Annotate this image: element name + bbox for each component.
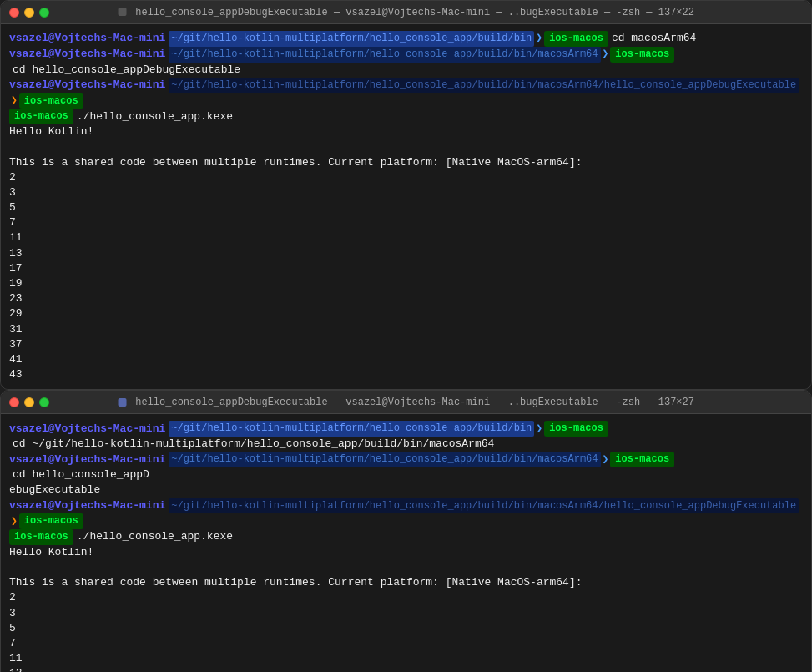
traffic-lights-top	[9, 8, 49, 18]
ios-prompt-line-top: ios-macos ./hello_console_app.kexe	[9, 109, 803, 124]
prompt-line-1: vsazel@Vojtechs-Mac-mini ~/git/hello-kot…	[9, 31, 803, 47]
prompt-line-b3: vsazel@Vojtechs-Mac-mini ~/git/hello-kot…	[9, 498, 803, 530]
prompt-arrow-b2: ❯	[603, 452, 609, 467]
prompt-user-b2: vsazel@Vojtechs-Mac-mini	[9, 452, 165, 467]
title-bar-bottom: hello_console_appDebugExecutable — vsaze…	[1, 391, 811, 414]
number-19-top: 19	[9, 276, 803, 291]
prompt-arrow-b1: ❯	[536, 422, 542, 437]
prompt-line-b1: vsazel@Vojtechs-Mac-mini ~/git/hello-kot…	[9, 421, 803, 452]
cmd-b1: cd ~/git/hello-kotlin-multiplatform/hell…	[13, 437, 494, 452]
prompt-badge-b1: ios-macos	[544, 421, 608, 437]
close-button-top[interactable]	[9, 8, 19, 18]
prompt-path-1: ~/git/hello-kotlin-multiplatform/hello_c…	[169, 31, 534, 47]
number-17-top: 17	[9, 261, 803, 276]
prompt-user-b1: vsazel@Vojtechs-Mac-mini	[9, 422, 165, 437]
prompt-path-2: ~/git/hello-kotlin-multiplatform/hello_c…	[169, 47, 600, 63]
number-43-top: 43	[9, 367, 803, 382]
traffic-lights-bottom	[9, 397, 49, 407]
shared-line-bottom: This is a shared code between multiple r…	[9, 575, 803, 590]
shared-word-top: shared	[74, 156, 113, 169]
hello-kotlin-text-top: Hello Kotlin!	[9, 124, 93, 139]
number-2-top: 2	[9, 170, 803, 185]
hello-kotlin-text-bottom: Hello Kotlin!	[9, 545, 93, 560]
prompt-path-b3: ~/git/hello-kotlin-multiplatform/hello_c…	[169, 498, 799, 514]
number-23-top: 23	[9, 291, 803, 306]
cmd-overflow-b2: ebugExecutable	[9, 483, 803, 498]
number-5-top: 5	[9, 200, 803, 215]
minimize-button-bottom[interactable]	[24, 397, 34, 407]
minimize-button-top[interactable]	[24, 8, 34, 18]
ios-cmd-top: ./hello_console_app.kexe	[77, 109, 233, 124]
terminal-body-top: vsazel@Vojtechs-Mac-mini ~/git/hello-kot…	[1, 24, 811, 389]
number-11-top: 11	[9, 230, 803, 245]
close-button-bottom[interactable]	[9, 397, 19, 407]
prompt-arrow-1: ❯	[536, 31, 542, 46]
blank-line-top	[9, 139, 803, 154]
prompt-arrow-b3: ❯	[11, 514, 18, 529]
ios-badge-top: ios-macos	[9, 109, 73, 124]
prompt-badge-b3: ios-macos	[19, 513, 83, 529]
ios-prompt-bottom: ios-macos ./hello_console_app.kexe	[9, 529, 803, 545]
number-7-top: 7	[9, 215, 803, 230]
number-3-top: 3	[9, 185, 803, 200]
prompt-user-3: vsazel@Vojtechs-Mac-mini	[9, 78, 165, 93]
ios-badge-bottom: ios-macos	[9, 529, 73, 545]
terminal-window-bottom[interactable]: hello_console_appDebugExecutable — vsaze…	[0, 390, 812, 672]
prompt-badge-2: ios-macos	[610, 47, 674, 63]
cmd-2: cd hello_console_appD	[13, 63, 149, 78]
maximize-button-top[interactable]	[39, 8, 49, 18]
title-bar-text-bottom: hello_console_appDebugExecutable — vsaze…	[118, 397, 694, 408]
shared-line-top: This is a shared code between multiple r…	[9, 155, 803, 170]
number-3-bot: 3	[9, 606, 803, 621]
prompt-user-1: vsazel@Vojtechs-Mac-mini	[9, 31, 165, 46]
number-2-bot: 2	[9, 590, 803, 605]
prompt-arrow-3: ❯	[11, 93, 18, 109]
prompt-arrow-2: ❯	[603, 47, 609, 62]
cmd-2b: ebugExecutable	[149, 63, 240, 78]
prompt-user-2: vsazel@Vojtechs-Mac-mini	[9, 47, 165, 62]
prompt-path-b2: ~/git/hello-kotlin-multiplatform/hello_c…	[169, 452, 600, 467]
maximize-button-bottom[interactable]	[39, 397, 49, 407]
number-37-top: 37	[9, 337, 803, 352]
number-13-top: 13	[9, 246, 803, 261]
terminal-body-bottom: vsazel@Vojtechs-Mac-mini ~/git/hello-kot…	[1, 414, 811, 672]
number-29-top: 29	[9, 306, 803, 321]
number-7-bot: 7	[9, 636, 803, 651]
prompt-badge-1: ios-macos	[544, 31, 608, 47]
prompt-path-b1: ~/git/hello-kotlin-multiplatform/hello_c…	[169, 421, 534, 437]
prompt-line-3: vsazel@Vojtechs-Mac-mini ~/git/hello-kot…	[9, 78, 803, 109]
blank-line-bottom	[9, 560, 803, 575]
number-5-bot: 5	[9, 621, 803, 636]
number-13-bot: 13	[9, 666, 803, 672]
number-31-top: 31	[9, 322, 803, 337]
number-11-bot: 11	[9, 651, 803, 666]
prompt-user-b3: vsazel@Vojtechs-Mac-mini	[9, 498, 165, 513]
hello-kotlin-bottom: Hello Kotlin!	[9, 545, 803, 560]
prompt-badge-3: ios-macos	[19, 93, 83, 109]
number-41-top: 41	[9, 352, 803, 367]
title-bar-text-top: hello_console_appDebugExecutable — vsaze…	[118, 7, 694, 18]
shared-text-top: This is a shared code between multiple r…	[9, 155, 583, 170]
prompt-badge-b2: ios-macos	[610, 452, 674, 467]
ios-cmd-bottom: ./hello_console_app.kexe	[77, 529, 233, 544]
title-bar-top: hello_console_appDebugExecutable — vsaze…	[1, 1, 811, 24]
cmd-b2: cd hello_console_appD	[13, 467, 149, 483]
shared-word-bottom: shared	[74, 576, 113, 589]
prompt-path-3: ~/git/hello-kotlin-multiplatform/hello_c…	[169, 78, 799, 93]
shared-text-bottom: This is a shared code between multiple r…	[9, 575, 583, 590]
prompt-line-b2: vsazel@Vojtechs-Mac-mini ~/git/hello-kot…	[9, 452, 803, 483]
prompt-line-2: vsazel@Vojtechs-Mac-mini ~/git/hello-kot…	[9, 47, 803, 78]
hello-kotlin-top: Hello Kotlin!	[9, 124, 803, 139]
cmd-1: cd macosArm64	[612, 31, 696, 46]
terminal-window-top[interactable]: hello_console_appDebugExecutable — vsaze…	[0, 0, 812, 390]
